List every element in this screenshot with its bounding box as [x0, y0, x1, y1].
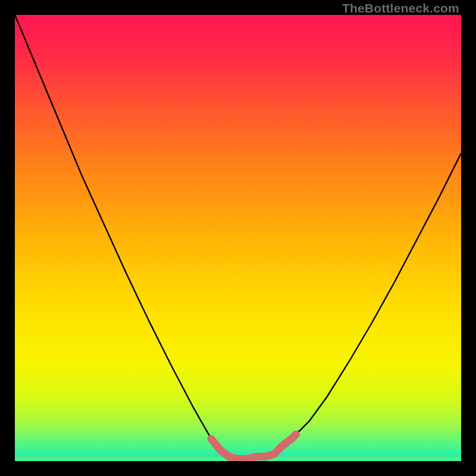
- gradient-background: [15, 15, 461, 461]
- chart-frame: [15, 15, 461, 461]
- attribution-text: TheBottleneck.com: [342, 1, 459, 15]
- bottleneck-chart: [15, 15, 461, 461]
